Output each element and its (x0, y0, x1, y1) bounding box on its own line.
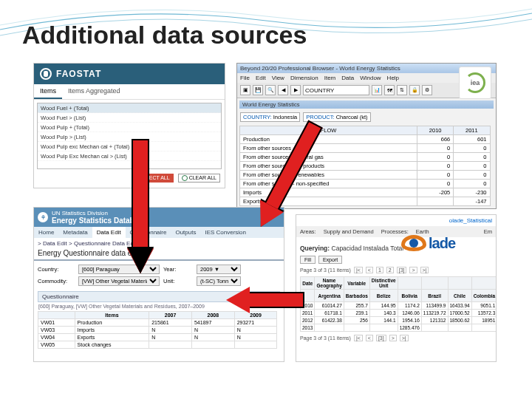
toolbar: ▣ 💾 🔍 ◀ ▶ 📊 🗺 ⇅ 🔒 ⚙ (237, 83, 496, 98)
sort-icon[interactable]: ⇅ (397, 85, 407, 95)
menubar[interactable]: File Edit View Dimension Item Data Windo… (237, 73, 496, 83)
table-row: VW03ImportsNNN (38, 327, 277, 334)
unstats-table: Items200720082009 VW01Production21586154… (38, 311, 277, 349)
col-year: 2010 (417, 126, 454, 135)
chart-icon[interactable]: 📊 (372, 85, 382, 95)
iea-logo-icon: iea (465, 72, 485, 93)
faostat-tabs: Items Items Aggregated (34, 84, 225, 100)
menu-edit[interactable]: Edit (256, 75, 266, 81)
menu-item[interactable]: Item (324, 75, 336, 81)
clear-all-button[interactable]: CLEAR ALL (178, 174, 220, 183)
menu-help[interactable]: Help (387, 75, 399, 81)
map-icon[interactable]: 🗺 (384, 85, 395, 95)
window-titlebar: Beyond 20/20 Professional Browser - Worl… (237, 64, 496, 73)
list-item[interactable]: Wood Pulp + (Total) (38, 123, 221, 132)
menu-data[interactable]: Data (341, 75, 354, 81)
tab-metadata[interactable]: Metadata (58, 227, 92, 238)
table-row: 20131285.476 (301, 324, 497, 332)
country-label: Country: (38, 266, 75, 273)
lock-icon[interactable]: 🔒 (409, 85, 420, 95)
export-button[interactable]: Export (318, 256, 342, 264)
faostat-brand: FAOSTAT (56, 69, 101, 79)
table-row: VW01Production215861541897293271 (38, 319, 277, 327)
menu-dimension[interactable]: Dimension (290, 75, 318, 81)
menu-window[interactable]: Window (360, 75, 381, 81)
olade-eye-icon (401, 235, 426, 251)
tab-home[interactable]: Home (34, 227, 58, 238)
faostat-tab-aggregated[interactable]: Items Aggregated (62, 84, 126, 99)
olade-logo-text: lade (429, 235, 455, 252)
arrow-olade-to-unstats (226, 287, 307, 313)
unstats-tabs: Home Metadata Data Edit Questionnaire Ou… (34, 227, 284, 238)
pager-bottom[interactable]: Page 3 of 3 (11 items) |< < [3] > >| (296, 333, 496, 343)
col-year: 2011 (454, 126, 490, 135)
table-row: 201161718.1239.1140.31246.06113219.72170… (301, 310, 497, 317)
fao-logo-icon (40, 68, 52, 80)
save-icon[interactable]: 💾 (253, 85, 263, 95)
menu-view[interactable]: View (272, 75, 284, 81)
tab-outputs[interactable]: Outputs (171, 227, 200, 238)
year-select[interactable]: 2009 ▼ (197, 265, 241, 274)
breadcrumb: > Data Edit > Questionnaire Data Edit (34, 238, 284, 249)
olade-login-link[interactable]: olade_Statistical (296, 215, 496, 226)
dim-product[interactable]: PRODUCT: Charcoal (kt) (303, 112, 370, 122)
table-row: 201061014.27255.7144.951174.2113499.9164… (301, 302, 497, 310)
faostat-tab-items[interactable]: Items (34, 84, 62, 99)
tab-dataedit[interactable]: Data Edit (92, 227, 126, 238)
dimension-input[interactable] (303, 85, 369, 95)
search-icon[interactable]: 🔍 (265, 85, 276, 95)
settings-icon[interactable]: ⚙ (422, 85, 432, 95)
tab-iesconv[interactable]: IES Conversion (200, 227, 250, 238)
faostat-header: FAOSTAT (34, 64, 225, 84)
un-logo-icon: ⚘ (38, 212, 48, 222)
menu-file[interactable]: File (240, 75, 250, 81)
refresh-icon (182, 175, 188, 181)
iea-logo: iea (459, 66, 491, 99)
prev-icon[interactable]: ◀ (278, 85, 288, 95)
unit-select[interactable]: (t-SC) Tonn (197, 276, 241, 286)
list-item[interactable]: Wood Fuel + (Total) (38, 103, 221, 113)
olade-panel: olade_Statistical Areas: Supply and Dema… (296, 214, 497, 362)
list-item[interactable]: Wood Fuel > (List) (38, 113, 221, 123)
open-icon[interactable]: ▣ (240, 85, 250, 95)
olade-logo: lade (401, 230, 490, 256)
fill-button[interactable]: Fill (300, 256, 316, 264)
next-icon[interactable]: ▶ (290, 85, 301, 95)
year-label: Year: (163, 266, 193, 273)
page-heading: Energy Questionnaire data edit (34, 249, 284, 261)
table-row: VW05Stock changes (38, 341, 277, 349)
olade-data-table: Date Name Geography Variable Distinctive… (300, 276, 497, 332)
filter-form: Country: [600] Paraguay Year: 2009 ▼ Com… (34, 261, 284, 290)
table-row: VW04ExportsNNN (38, 334, 277, 341)
unstats-panel: ⚘ UN Statistics Division Energy Statisti… (33, 207, 284, 362)
table-row: 201261422.38256144.11954.1612131218500.6… (301, 317, 497, 324)
commodity-label: Commodity: (38, 278, 75, 284)
pager-top[interactable]: Page 3 of 3 (11 items) |< < 1 2 [3] > >| (296, 265, 496, 275)
unit-label: Unit: (163, 278, 193, 284)
slide-title: Additional data sources (22, 21, 307, 50)
arrow-faostat-to-unstats (127, 139, 154, 279)
